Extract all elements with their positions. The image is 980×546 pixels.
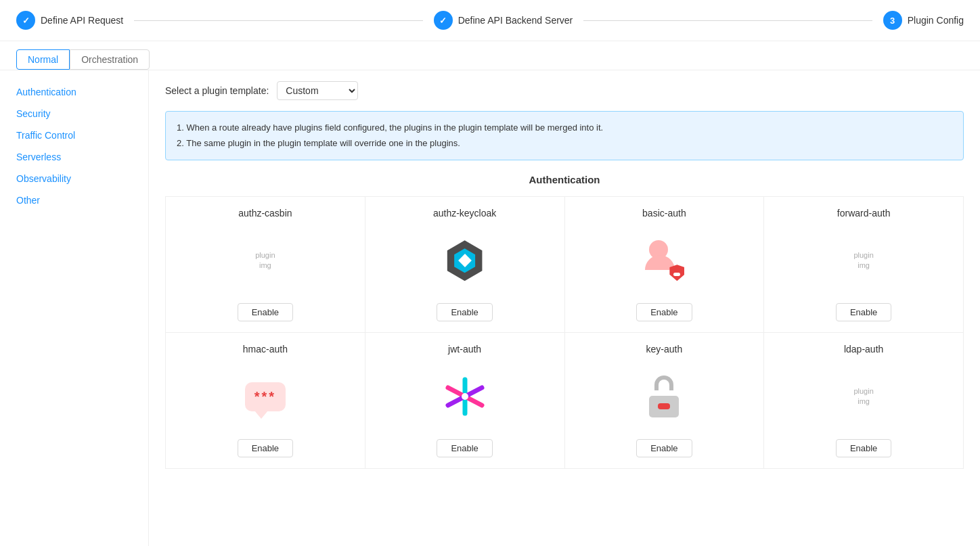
- sidebar-item-security[interactable]: Security: [0, 103, 148, 124]
- plugin-name-ldap-auth: ldap-auth: [844, 344, 883, 355]
- enable-btn-key-auth[interactable]: Enable: [636, 439, 692, 457]
- enable-btn-authz-keycloak[interactable]: Enable: [437, 303, 492, 321]
- plugin-name-authz-keycloak: authz-keycloak: [433, 208, 496, 219]
- sidebar-item-observability[interactable]: Observability: [0, 168, 148, 189]
- plugin-icon-authz-casbin: pluginimg: [255, 227, 275, 295]
- plugin-card-key-auth: key-auth Enable: [565, 333, 764, 468]
- step-1: ✓ Define API Request: [16, 11, 123, 30]
- enable-btn-basic-auth[interactable]: Enable: [636, 303, 692, 321]
- plugin-name-forward-auth: forward-auth: [837, 208, 891, 219]
- plugin-card-forward-auth: forward-auth pluginimg Enable: [764, 197, 963, 332]
- plugin-card-authz-keycloak: authz-keycloak Enable: [365, 197, 564, 332]
- step-line-2: [583, 20, 872, 21]
- stepper: ✓ Define API Request ✓ Define API Backen…: [0, 0, 980, 41]
- plugin-card-hmac-auth: hmac-auth *** Enable: [166, 333, 365, 468]
- plugin-icon-authz-keycloak: [445, 227, 485, 295]
- plugin-icon-basic-auth: [644, 227, 684, 295]
- plugin-card-authz-casbin: authz-casbin pluginimg Enable: [166, 197, 365, 332]
- step-2-circle: ✓: [434, 11, 453, 30]
- enable-btn-ldap-auth[interactable]: Enable: [836, 439, 891, 457]
- plugin-name-authz-casbin: authz-casbin: [238, 208, 292, 219]
- step-3-label: Plugin Config: [908, 15, 964, 26]
- main-layout: Authentication Security Traffic Control …: [0, 70, 980, 546]
- info-box: 1. When a route already have plugins fie…: [165, 111, 964, 160]
- basic-auth-icon: [644, 240, 684, 281]
- sidebar-item-traffic-control[interactable]: Traffic Control: [0, 124, 148, 146]
- step-3: 3 Plugin Config: [883, 11, 964, 30]
- plugin-icon-key-auth: [647, 363, 681, 431]
- sidebar-item-authentication[interactable]: Authentication: [0, 81, 148, 103]
- plugin-icon-forward-auth: pluginimg: [853, 227, 873, 295]
- template-label: Select a plugin template:: [165, 85, 269, 96]
- step-1-label: Define API Request: [41, 15, 123, 26]
- step-2: ✓ Define API Backend Server: [434, 11, 573, 30]
- tab-orchestration[interactable]: Orchestration: [70, 49, 150, 70]
- step-3-circle: 3: [883, 11, 902, 30]
- plugin-icon-ldap-auth: pluginimg: [853, 363, 873, 431]
- plugin-name-key-auth: key-auth: [646, 344, 683, 355]
- jwt-icon: [445, 376, 485, 417]
- plugin-card-basic-auth: basic-auth Enable: [565, 197, 764, 332]
- enable-btn-hmac-auth[interactable]: Enable: [238, 439, 293, 457]
- keycloak-hex-icon: [445, 240, 485, 281]
- plugin-card-jwt-auth: jwt-auth Enable: [365, 333, 564, 468]
- template-row: Select a plugin template: Custom: [165, 81, 964, 100]
- plugin-icon-hmac-auth: ***: [245, 363, 286, 431]
- plugin-icon-jwt-auth: [445, 363, 485, 431]
- content-area: Select a plugin template: Custom 1. When…: [149, 70, 980, 546]
- step-1-circle: ✓: [16, 11, 35, 30]
- tab-bar: Normal Orchestration: [0, 41, 980, 70]
- shield-icon: [669, 265, 684, 281]
- plugin-grid: authz-casbin pluginimg Enable authz-keyc…: [165, 196, 964, 469]
- section-title: Authentication: [165, 174, 964, 185]
- enable-btn-jwt-auth[interactable]: Enable: [437, 439, 492, 457]
- padlock-icon: [647, 376, 681, 417]
- plugin-card-ldap-auth: ldap-auth pluginimg Enable: [764, 333, 963, 468]
- step-line-1: [134, 20, 422, 21]
- plugin-name-jwt-auth: jwt-auth: [448, 344, 481, 355]
- hmac-bubble-icon: ***: [245, 382, 286, 411]
- sidebar-item-serverless[interactable]: Serverless: [0, 146, 148, 168]
- template-select[interactable]: Custom: [277, 81, 358, 100]
- info-line-1: 1. When a route already have plugins fie…: [177, 120, 952, 135]
- enable-btn-authz-casbin[interactable]: Enable: [238, 303, 293, 321]
- sidebar-item-other[interactable]: Other: [0, 189, 148, 211]
- svg-point-3: [462, 393, 468, 400]
- tab-normal[interactable]: Normal: [16, 49, 70, 70]
- enable-btn-forward-auth[interactable]: Enable: [836, 303, 891, 321]
- sidebar: Authentication Security Traffic Control …: [0, 70, 149, 546]
- info-line-2: 2. The same plugin in the plugin templat…: [177, 135, 952, 151]
- step-2-label: Define API Backend Server: [458, 15, 573, 26]
- plugin-name-basic-auth: basic-auth: [642, 208, 686, 219]
- plugin-name-hmac-auth: hmac-auth: [243, 344, 288, 355]
